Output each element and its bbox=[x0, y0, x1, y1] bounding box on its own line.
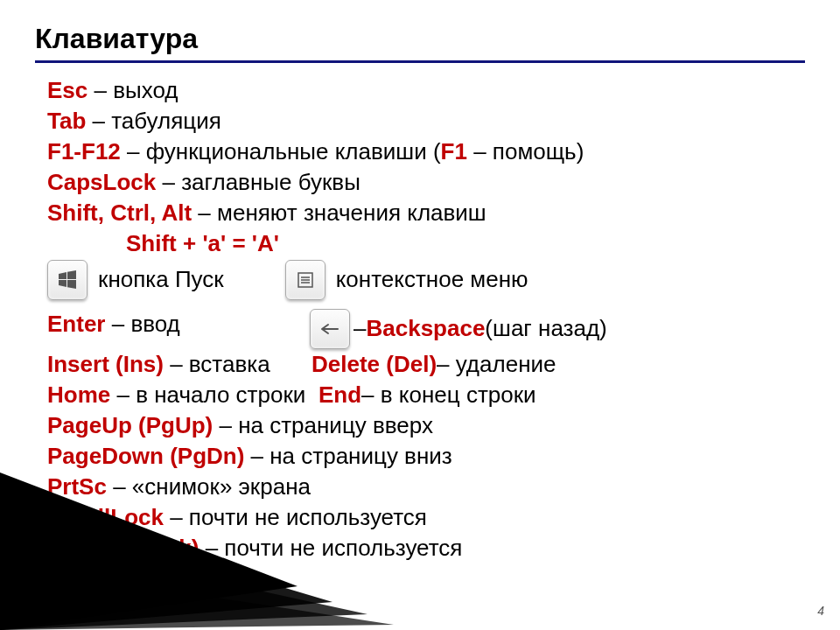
line-tab: Tab – табуляция bbox=[47, 106, 805, 136]
key-name: Delete (Del) bbox=[312, 349, 437, 380]
key-desc: – удаление bbox=[437, 349, 556, 380]
key-desc: – на страницу вниз bbox=[244, 443, 452, 469]
col-left: Enter – ввод bbox=[47, 309, 310, 349]
key-desc: – «снимок» экрана bbox=[107, 473, 311, 500]
slide-title: Клавиатура bbox=[35, 23, 805, 55]
key-name: Insert (Ins) bbox=[47, 351, 164, 377]
col-left: Insert (Ins) – вставка bbox=[47, 349, 310, 380]
key-name: End bbox=[318, 380, 361, 410]
col-right: End – в конец строки bbox=[318, 380, 805, 410]
key-desc: – заглавные буквы bbox=[156, 169, 360, 195]
line-scrolllock: ScrollLock – почти не используется bbox=[47, 502, 805, 533]
key-name: Esc bbox=[47, 77, 88, 103]
key-name: Enter bbox=[47, 311, 105, 337]
line-home-end: Home – в начало строки End – в конец стр… bbox=[47, 380, 805, 410]
line-pause: Pause (Break) – почти не используется bbox=[47, 533, 805, 564]
key-desc: – в начало строки bbox=[110, 382, 305, 408]
key-desc: – меняют значения клавиш bbox=[192, 200, 486, 226]
line-shift-example: Shift + 'a' = 'A' bbox=[47, 228, 805, 259]
slide: Клавиатура Esc – выход Tab – табуляция F… bbox=[0, 0, 840, 564]
line-insert-delete: Insert (Ins) – вставка Delete (Del) – уд… bbox=[47, 349, 805, 380]
col-right: – Backspace (шаг назад) bbox=[310, 309, 805, 349]
key-name: Home bbox=[47, 382, 110, 408]
key-desc: – в конец строки bbox=[361, 380, 536, 410]
line-pagedown: PageDown (PgDn) – на страницу вниз bbox=[47, 441, 805, 472]
title-underline bbox=[35, 60, 805, 63]
key-desc: – почти не используется bbox=[164, 504, 427, 530]
key-desc: – ввод bbox=[105, 311, 179, 337]
key-desc: – табуляция bbox=[86, 108, 220, 134]
key-name: Pause (Break) bbox=[47, 535, 199, 561]
text: – функциональные клавиши ( bbox=[121, 138, 441, 164]
dash: – bbox=[354, 313, 366, 344]
key-name: Backspace bbox=[366, 313, 485, 344]
backspace-key-icon bbox=[310, 309, 350, 349]
key-name: F1 bbox=[441, 138, 467, 164]
line-prtsc: PrtSc – «снимок» экрана bbox=[47, 472, 805, 502]
line-capslock: CapsLock – заглавные буквы bbox=[47, 167, 805, 198]
slide-body: Esc – выход Tab – табуляция F1-F12 – фун… bbox=[35, 75, 805, 564]
key-desc: – вставка bbox=[164, 351, 270, 377]
key-name: ScrollLock bbox=[47, 504, 164, 530]
line-fkeys: F1-F12 – функциональные клавиши (F1 – по… bbox=[47, 136, 805, 167]
line-enter-backspace: Enter – ввод – Backspace (шаг назад) bbox=[47, 309, 805, 349]
key-desc: – на страницу вверх bbox=[213, 412, 433, 438]
start-button-label: кнопка Пуск bbox=[98, 264, 224, 295]
key-name: Tab bbox=[47, 108, 86, 134]
line-modifiers: Shift, Ctrl, Alt – меняют значения клави… bbox=[47, 198, 805, 228]
key-name: CapsLock bbox=[47, 169, 156, 195]
key-name: Shift, Ctrl, Alt bbox=[47, 200, 192, 226]
key-desc: – выход bbox=[88, 77, 178, 103]
key-desc: – почти не используется bbox=[199, 535, 462, 561]
page-number: 4 bbox=[817, 604, 824, 618]
line-esc: Esc – выход bbox=[47, 75, 805, 106]
key-name: F1-F12 bbox=[47, 138, 121, 164]
key-name: PageUp (PgUp) bbox=[47, 412, 213, 438]
shift-example: Shift + 'a' = 'A' bbox=[126, 230, 279, 256]
key-name: PageDown (PgDn) bbox=[47, 443, 244, 469]
context-menu-key-icon bbox=[285, 260, 326, 300]
col-left: Home – в начало строки bbox=[47, 380, 318, 410]
context-menu-label: контекстное меню bbox=[336, 264, 528, 295]
key-desc: (шаг назад) bbox=[485, 313, 606, 344]
key-name: PrtSc bbox=[47, 473, 107, 500]
line-win-ctx: кнопка Пуск контекстное меню bbox=[47, 260, 805, 300]
windows-key-icon bbox=[47, 260, 88, 300]
line-pageup: PageUp (PgUp) – на страницу вверх bbox=[47, 410, 805, 441]
text: – помощь) bbox=[467, 138, 584, 164]
col-right: Delete (Del) – удаление bbox=[310, 349, 805, 380]
spacer bbox=[47, 300, 805, 309]
